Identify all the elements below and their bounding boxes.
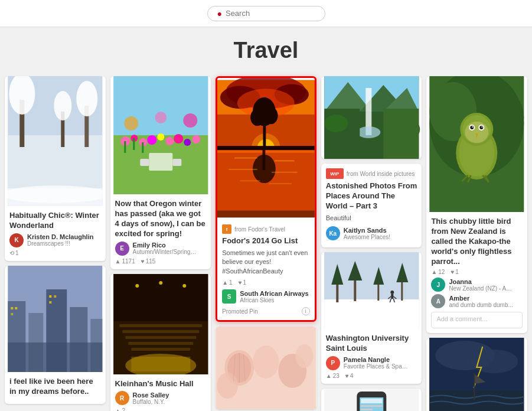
- source-text: from Fodor's Travel: [234, 226, 285, 233]
- source-icon: WiP: [326, 168, 344, 179]
- svg-rect-49: [122, 330, 199, 333]
- svg-rect-76: [234, 158, 257, 159]
- pin-card[interactable]: This chubby little bird from New Zealand…: [426, 76, 527, 333]
- svg-rect-78: [229, 169, 257, 170]
- pinner-sub: Dreamscapes !!!: [27, 240, 92, 247]
- pinner-info: South African Airways African Skies: [240, 290, 310, 304]
- pin-card[interactable]: [426, 338, 527, 411]
- svg-rect-81: [269, 183, 292, 184]
- svg-point-54: [135, 284, 139, 288]
- svg-point-71: [265, 107, 278, 124]
- column-2: Now that Oregon winter has passed (aka w…: [110, 76, 211, 411]
- svg-rect-20: [54, 295, 56, 298]
- svg-rect-124: [361, 399, 382, 403]
- pin-desc: Beautiful: [326, 214, 417, 223]
- svg-point-7: [76, 81, 97, 116]
- promoted-badge: Promoted Pin i: [222, 307, 310, 315]
- pinner-info: Rose Salley Buffalo, N.Y.: [133, 392, 207, 405]
- avatar: K: [9, 233, 24, 247]
- pinner-name: Amber: [449, 295, 523, 302]
- svg-rect-113: [401, 280, 403, 301]
- svg-rect-37: [142, 142, 143, 153]
- header: ●: [0, 0, 532, 27]
- pinner-sub: Awesome Places!: [344, 234, 409, 240]
- svg-rect-116: [391, 294, 393, 299]
- pinner-info: Emily Rico Autumn/Winter/Spring/Su...: [133, 242, 207, 255]
- pin-card[interactable]: Kleinhan's Music Hall R Rose Salley Buff…: [110, 274, 211, 411]
- pin-info: WiP from World inside pictures Astonishe…: [321, 164, 422, 247]
- svg-point-86: [253, 345, 279, 379]
- pin-meta-amber: A Amber and dumb dumb dumb...: [431, 294, 523, 308]
- pin-title: This chubby little bird from New Zealand…: [431, 217, 523, 266]
- svg-rect-111: [377, 283, 379, 301]
- svg-rect-48: [119, 324, 202, 327]
- pin-card[interactable]: Habitually Chic®: Winter Wonderland K Kr…: [5, 76, 106, 261]
- pin-meta: Ka Kaitlyn Sands Awesome Places!: [326, 226, 417, 240]
- pin-info: i feel like ive been here in my dreams b…: [5, 372, 106, 404]
- svg-rect-47: [131, 357, 190, 371]
- repin-stat: ▲ 1171: [115, 258, 135, 265]
- pin-card-highlighted[interactable]: f from Fodor's Travel Fodor's 2014 Go Li…: [216, 76, 316, 322]
- avatar: R: [115, 391, 129, 405]
- svg-rect-109: [354, 279, 356, 301]
- svg-rect-73: [217, 150, 315, 153]
- svg-rect-80: [240, 180, 260, 181]
- svg-rect-35: [124, 141, 126, 153]
- pin-info: f from Fodor's Travel Fodor's 2014 Go Li…: [217, 220, 315, 320]
- pin-meta: R Rose Salley Buffalo, N.Y.: [115, 391, 207, 405]
- pin-title: Habitually Chic®: Winter Wonderland: [9, 211, 101, 231]
- pinner-info: Kristen D. Mclaughlin Dreamscapes !!!: [27, 233, 101, 247]
- pinner-name: Emily Rico: [133, 242, 207, 249]
- source-text: from World inside pictures: [347, 171, 414, 177]
- svg-rect-39: [140, 159, 149, 166]
- avatar: Ka: [326, 226, 340, 240]
- svg-rect-75: [263, 150, 266, 170]
- page-title: Travel: [0, 38, 532, 63]
- svg-point-29: [147, 135, 156, 145]
- pin-title: i feel like ive been here in my dreams b…: [9, 377, 101, 397]
- pin-card[interactable]: [321, 76, 422, 159]
- pin-card[interactable]: [216, 327, 316, 409]
- promoted-source: f from Fodor's Travel: [222, 224, 310, 234]
- pin-card[interactable]: WiP from World inside pictures Astonishe…: [321, 164, 422, 247]
- pin-card[interactable]: i feel like ive been here in my dreams b…: [5, 266, 106, 404]
- pin-meta: E Emily Rico Autumn/Winter/Spring/Su...: [115, 242, 207, 256]
- column-3: f from Fodor's Travel Fodor's 2014 Go Li…: [216, 76, 316, 409]
- svg-point-145: [472, 126, 474, 128]
- search-bar[interactable]: ●: [207, 6, 325, 21]
- svg-point-70: [250, 109, 264, 126]
- avatar: P: [326, 356, 340, 370]
- svg-rect-126: [361, 409, 373, 410]
- promoted-source: WiP from World inside pictures: [326, 168, 417, 179]
- comment-input[interactable]: Add a comment...: [431, 312, 523, 328]
- pin-meta: K Kristen D. Mclaughlin Dreamscapes !!!: [9, 233, 101, 247]
- like-stat: ♥ 1: [451, 269, 459, 275]
- repin-stat: ▲ 12: [431, 269, 445, 275]
- pin-title: Fodor's 2014 Go List: [222, 236, 310, 246]
- info-icon[interactable]: i: [302, 307, 310, 315]
- svg-point-103: [394, 119, 420, 140]
- pinner-name: South African Airways: [240, 290, 310, 297]
- like-stat: ♥ 115: [141, 258, 156, 265]
- pin-card[interactable]: Now that Oregon winter has passed (aka w…: [110, 76, 211, 269]
- svg-point-43: [183, 113, 197, 128]
- svg-point-143: [471, 126, 474, 129]
- pin-card[interactable]: Washington University Saint Louis P Pame…: [321, 252, 422, 384]
- pin-card[interactable]: [321, 389, 422, 411]
- svg-rect-52: [131, 348, 190, 351]
- svg-point-146: [482, 126, 483, 128]
- pinner-name: Joanna: [449, 278, 523, 285]
- pin-info: This chubby little bird from New Zealand…: [426, 212, 527, 333]
- pinner-info: Amber and dumb dumb dumb...: [449, 295, 523, 308]
- like-stat: ♥ 1: [239, 279, 247, 286]
- svg-rect-9: [8, 188, 102, 206]
- svg-point-56: [182, 284, 186, 288]
- column-4: WiP from World inside pictures Astonishe…: [321, 76, 422, 411]
- svg-rect-107: [336, 282, 338, 302]
- svg-rect-51: [128, 342, 193, 345]
- svg-point-144: [480, 126, 484, 129]
- pin-meta: P Pamela Nangle Favorite Places & Spaces: [326, 356, 417, 370]
- search-input[interactable]: [226, 9, 308, 18]
- pin-title: Kleinhan's Music Hall: [115, 379, 207, 389]
- pinner-name: Kristen D. Mclaughlin: [27, 233, 101, 240]
